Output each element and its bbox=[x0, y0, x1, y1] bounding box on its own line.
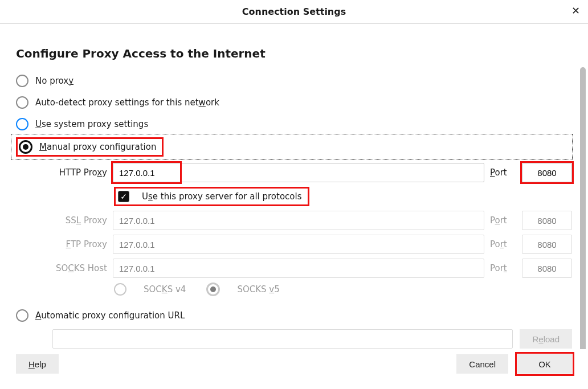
scrollbar[interactable] bbox=[580, 67, 586, 349]
ssl-proxy-row: SSL Proxy Port bbox=[34, 211, 572, 230]
ftp-proxy-host-input bbox=[113, 235, 484, 254]
use-all-checkbox[interactable] bbox=[118, 191, 129, 202]
http-proxy-label: HTTP Proxy bbox=[34, 167, 107, 178]
http-port-label: Port bbox=[490, 167, 516, 178]
close-icon[interactable]: ✕ bbox=[571, 6, 580, 16]
footer: Help Cancel OK bbox=[0, 349, 588, 389]
radio-label-no-proxy: No proxy bbox=[35, 76, 74, 86]
help-button[interactable]: Help bbox=[16, 354, 59, 374]
pac-url-row: Reload bbox=[52, 329, 572, 349]
radio-label-auto-url: Automatic proxy configuration URL bbox=[35, 310, 185, 321]
ssl-proxy-label: SSL Proxy bbox=[34, 215, 107, 226]
ftp-proxy-port-input bbox=[522, 235, 572, 254]
radio-socks-v4 bbox=[114, 283, 126, 296]
radio-row-manual[interactable]: Manual proxy configuration bbox=[13, 136, 571, 158]
ok-button[interactable]: OK bbox=[517, 354, 572, 374]
content-wrap: Configure Proxy Access to the Internet N… bbox=[0, 24, 588, 349]
http-proxy-port-input[interactable] bbox=[522, 163, 572, 182]
socks-port-input bbox=[522, 259, 572, 278]
radio-label-socks-v5: SOCKS v5 bbox=[237, 284, 279, 294]
ssl-port-label: Port bbox=[490, 215, 516, 226]
socks-host-label: SOCKS Host bbox=[34, 263, 107, 273]
ftp-proxy-row: FTP Proxy Port bbox=[34, 235, 572, 254]
radio-auto-url[interactable] bbox=[16, 309, 28, 322]
ftp-port-label: Port bbox=[490, 239, 516, 249]
socks-host-row: SOCKS Host Port bbox=[34, 259, 572, 278]
ssl-proxy-port-input bbox=[522, 211, 572, 230]
dialog-title: Connection Settings bbox=[242, 6, 346, 17]
socks-version-row: SOCKS v4 SOCKS v5 bbox=[114, 279, 572, 300]
radio-row-no-proxy[interactable]: No proxy bbox=[16, 71, 572, 91]
use-all-label: Use this proxy server for all protocols bbox=[142, 191, 302, 202]
reload-button: Reload bbox=[520, 329, 572, 349]
radio-row-auto-url[interactable]: Automatic proxy configuration URL bbox=[16, 305, 572, 326]
radio-row-use-system[interactable]: Use system proxy settings bbox=[16, 114, 572, 134]
content: Configure Proxy Access to the Internet N… bbox=[0, 24, 588, 349]
section-heading: Configure Proxy Access to the Internet bbox=[16, 47, 572, 60]
radio-row-auto-detect[interactable]: Auto-detect proxy settings for this netw… bbox=[16, 92, 572, 113]
connection-settings-dialog: Connection Settings ✕ Configure Proxy Ac… bbox=[0, 0, 588, 389]
socks-port-label: Port bbox=[490, 263, 516, 273]
radio-label-manual: Manual proxy configuration bbox=[39, 142, 156, 152]
titlebar: Connection Settings ✕ bbox=[0, 0, 588, 24]
ssl-proxy-host-input bbox=[113, 211, 484, 230]
radio-socks-v5 bbox=[206, 282, 220, 296]
cancel-button[interactable]: Cancel bbox=[456, 354, 508, 374]
pac-url-input bbox=[52, 329, 513, 349]
socks-host-input bbox=[113, 259, 484, 278]
http-proxy-host-input[interactable] bbox=[113, 163, 484, 182]
ftp-proxy-label: FTP Proxy bbox=[34, 239, 107, 249]
use-all-row[interactable]: Use this proxy server for all protocols bbox=[114, 187, 572, 206]
http-proxy-row: HTTP Proxy Port bbox=[34, 163, 572, 182]
radio-use-system[interactable] bbox=[16, 118, 28, 130]
radio-label-use-system: Use system proxy settings bbox=[35, 119, 148, 129]
radio-label-socks-v4: SOCKS v4 bbox=[144, 284, 186, 294]
radio-auto-detect[interactable] bbox=[16, 96, 28, 109]
radio-manual[interactable] bbox=[19, 140, 32, 154]
radio-no-proxy[interactable] bbox=[16, 75, 28, 87]
radio-label-auto-detect: Auto-detect proxy settings for this netw… bbox=[35, 97, 219, 108]
